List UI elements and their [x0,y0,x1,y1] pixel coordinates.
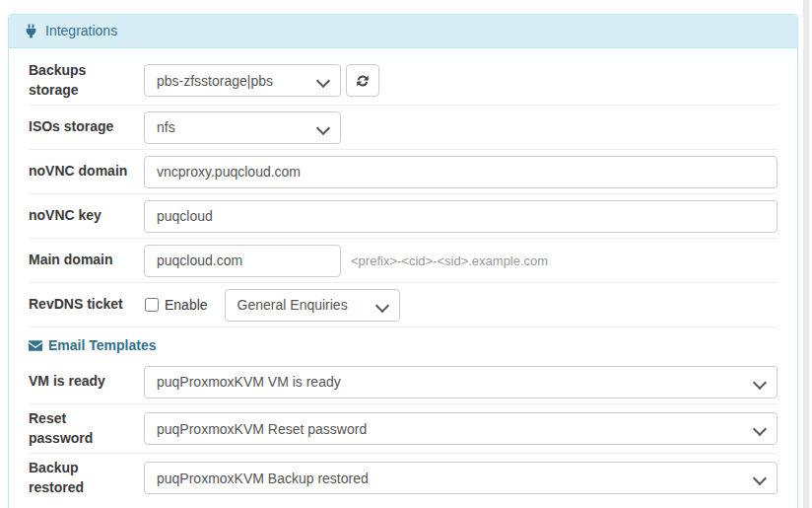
backup-restored-label: Backup restored [29,459,129,497]
reset-password-select[interactable]: puqProxmoxKVM Reset password [144,412,778,445]
field-row-novnc-key: noVNC key [29,194,778,239]
main-domain-hint: <prefix>-<cid>-<sid>.example.com [351,254,548,268]
field-row-backup-restored: Backup restored puqProxmoxKVM Backup res… [29,454,778,502]
novnc-domain-input[interactable] [144,156,778,188]
integrations-panel: Integrations Backups storage pbs-zfsstor… [8,14,798,508]
refresh-backups-storage-button[interactable] [346,64,379,97]
novnc-key-label: noVNC key [29,206,129,226]
isos-storage-select[interactable]: nfs [144,111,341,144]
revdns-ticket-label: RevDNS ticket [29,295,129,315]
refresh-icon [356,74,370,88]
main-domain-input[interactable] [144,245,341,277]
scrollbar[interactable] [803,0,809,508]
backup-restored-select-wrap: puqProxmoxKVM Backup restored [144,462,778,494]
backups-storage-label: Backups storage [29,61,129,100]
field-row-isos-storage: ISOs storage nfs [29,106,778,150]
field-row-main-domain: Main domain <prefix>-<cid>-<sid>.example… [29,239,778,283]
vm-is-ready-select-wrap: puqProxmoxKVM VM is ready [144,366,778,399]
revdns-enable-checkbox[interactable] [145,298,159,312]
novnc-key-input[interactable] [144,200,778,233]
field-row-revdns-ticket: RevDNS ticket Enable General Enquiries [29,283,778,327]
panel-title: Integrations [45,23,117,39]
field-row-backups-storage: Backups storage pbs-zfsstorage|pbs [29,56,778,106]
panel-body: Backups storage pbs-zfsstorage|pbs [9,48,797,508]
email-templates-title: Email Templates [48,337,156,353]
backups-storage-select-wrap: pbs-zfsstorage|pbs [144,64,341,97]
revdns-department-select-wrap: General Enquiries [225,289,400,322]
main-domain-label: Main domain [29,251,129,270]
reset-password-select-wrap: puqProxmoxKVM Reset password [144,412,778,445]
reset-password-label: Reset password [29,409,129,448]
novnc-domain-label: noVNC domain [29,162,129,181]
revdns-department-select[interactable]: General Enquiries [225,289,400,322]
field-row-novnc-domain: noVNC domain [29,150,778,194]
field-row-vm-is-ready: VM is ready puqProxmoxKVM VM is ready [29,360,778,404]
vm-is-ready-select[interactable]: puqProxmoxKVM VM is ready [144,366,778,399]
isos-storage-select-wrap: nfs [144,111,341,144]
revdns-enable-label: Enable [165,297,208,313]
envelope-icon [29,340,42,351]
panel-heading: Integrations [9,15,797,48]
backups-storage-select[interactable]: pbs-zfsstorage|pbs [144,64,341,97]
page: Integrations Backups storage pbs-zfsstor… [0,0,812,508]
backup-restored-select[interactable]: puqProxmoxKVM Backup restored [144,462,778,494]
plug-icon [24,24,38,38]
vm-is-ready-label: VM is ready [29,372,129,392]
field-row-reset-password: Reset password puqProxmoxKVM Reset passw… [29,404,778,454]
isos-storage-label: ISOs storage [29,117,129,137]
email-templates-heading: Email Templates [29,327,778,360]
